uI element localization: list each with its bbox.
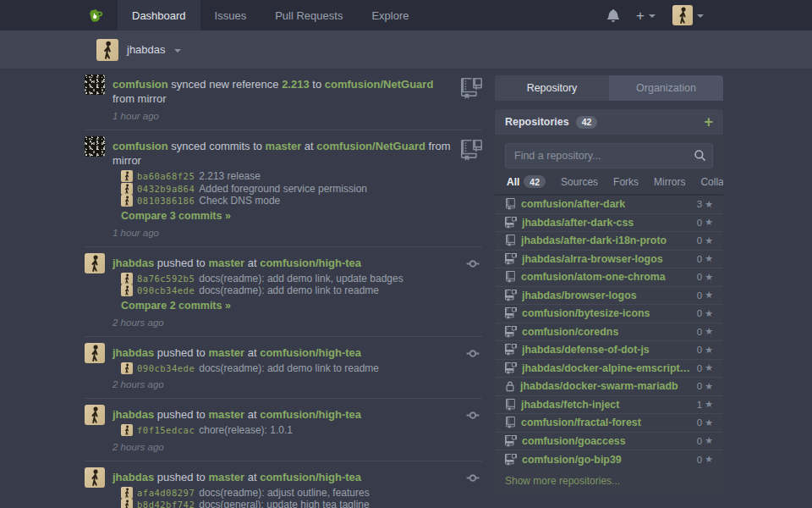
repo-link[interactable]: jhabdas/after-dark-i18n-proto	[521, 235, 692, 246]
repo-link[interactable]: comfusion/after-dark	[521, 198, 692, 210]
commit-sha-link[interactable]: 0432b9a864	[137, 183, 195, 196]
create-new-dropdown[interactable]: +	[636, 8, 656, 23]
feed-link[interactable]: jhabdas	[112, 471, 154, 483]
feed-item-body: comfusion synced new reference 2.213 to …	[112, 75, 453, 122]
repo-icon	[505, 198, 516, 210]
repo-row: comfusion/goaccess0★	[495, 433, 723, 451]
star-icon: ★	[705, 199, 713, 210]
compare-commits-link[interactable]: Compare 3 commits »	[121, 209, 231, 223]
commit-author-avatar[interactable]	[121, 170, 133, 182]
chevron-down-icon[interactable]	[174, 49, 181, 52]
commit-author-avatar[interactable]	[121, 487, 133, 499]
commit-author-avatar[interactable]	[121, 424, 133, 436]
commit-sha-link[interactable]: b8d42bf742	[137, 499, 195, 508]
feed-link[interactable]: comfusion/high-tea	[260, 408, 361, 421]
feed-link[interactable]: comfusion/high-tea	[260, 346, 361, 359]
context-user-avatar[interactable]	[96, 39, 118, 61]
commit-author-avatar[interactable]	[121, 284, 133, 296]
commit-message: docs(readme): add demo link to readme	[199, 284, 379, 297]
filter-sources[interactable]: Sources	[561, 176, 598, 188]
feed-item: comfusion synced new reference 2.213 to …	[85, 69, 482, 130]
filter-mirrors[interactable]: Mirrors	[654, 176, 685, 188]
commit-author-avatar[interactable]	[121, 183, 133, 195]
tab-organization[interactable]: Organization	[609, 75, 723, 101]
show-more-repositories-link[interactable]: Show more repositories...	[495, 469, 723, 489]
commit-sha-link[interactable]: f0f15edcac	[137, 424, 195, 437]
feed-link[interactable]: jhabdas	[112, 408, 154, 421]
filter-forks[interactable]: Forks	[613, 176, 639, 188]
feed-link[interactable]: jhabdas	[112, 257, 154, 269]
feed-link[interactable]: comfusion	[112, 140, 168, 152]
repo-link[interactable]: jhabdas/fetch-inject	[521, 399, 692, 411]
user-menu-dropdown[interactable]	[672, 5, 704, 25]
jhabdas-avatar[interactable]	[85, 467, 105, 488]
repo-link[interactable]: comfusion/coredns	[522, 326, 692, 338]
repo-link[interactable]: jhabdas/docker-alpine-emscripten	[522, 362, 692, 374]
feed-timestamp: 2 hours ago	[112, 378, 456, 390]
repo-star-count: 0★	[697, 345, 713, 356]
repo-star-count: 0★	[697, 435, 713, 446]
repo-link[interactable]: comfusion/fractal-forest	[521, 417, 692, 428]
nav-item-issues[interactable]: Issues	[200, 0, 261, 30]
jhabdas-avatar[interactable]	[85, 405, 105, 425]
nav-item-dashboard[interactable]: Dashboard	[118, 0, 200, 30]
repo-link[interactable]: jhabdas/browser-logos	[522, 290, 692, 301]
star-icon: ★	[705, 399, 713, 410]
compare-commits-link[interactable]: Compare 2 commits »	[121, 299, 231, 312]
repo-link[interactable]: jhabdas/docker-swarm-mariadb	[520, 380, 692, 392]
feed-link[interactable]: jhabdas	[112, 346, 154, 359]
comfusion-avatar[interactable]	[85, 75, 105, 95]
notifications-bell-icon[interactable]	[607, 8, 619, 22]
nav-item-explore[interactable]: Explore	[357, 0, 423, 30]
commit-sha-link[interactable]: 090cb34ede	[137, 284, 195, 297]
feed-link[interactable]: comfusion	[112, 78, 168, 91]
commit-author-avatar[interactable]	[121, 195, 133, 207]
nav-item-pull-requests[interactable]: Pull Requests	[261, 0, 357, 30]
feed-link[interactable]: comfusion/NetGuard	[325, 78, 434, 91]
repo-link[interactable]: comfusion/go-bip39	[522, 454, 692, 466]
commit-author-avatar[interactable]	[121, 273, 133, 284]
comfusion-avatar[interactable]	[85, 136, 105, 157]
feed-text: pushed to	[154, 408, 208, 421]
jhabdas-avatar[interactable]	[85, 253, 105, 273]
commit-sha-link[interactable]: 0810386186	[137, 195, 195, 207]
feed-link[interactable]: comfusion/high-tea	[260, 257, 361, 269]
commit-message: docs(readme): add demo link, update badg…	[199, 273, 403, 285]
gitea-logo[interactable]	[85, 0, 118, 30]
mirror-icon	[461, 78, 482, 99]
repo-link[interactable]: jhabdas/after-dark-css	[522, 217, 692, 229]
commit-icon	[464, 471, 482, 485]
repo-link[interactable]: comfusion/goaccess	[522, 435, 692, 447]
feed-link[interactable]: comfusion/NetGuard	[316, 140, 425, 152]
feed-link[interactable]: comfusion/high-tea	[260, 471, 361, 483]
repo-link[interactable]: jhabdas/alrra-browser-logos	[522, 253, 692, 265]
filter-all[interactable]: All42	[507, 175, 546, 188]
feed-link[interactable]: master	[266, 140, 302, 152]
commit-sha-link[interactable]: ba60a68f25	[137, 170, 195, 183]
feed-text: at	[244, 408, 260, 421]
repo-star-count: 0★	[697, 326, 713, 337]
feed-link[interactable]: master	[208, 346, 244, 359]
context-username[interactable]: jhabdas	[127, 43, 166, 56]
commit-author-avatar[interactable]	[121, 362, 133, 374]
repo-link[interactable]: comfusion/atom-one-chroma	[521, 271, 692, 283]
feed-text: from mirror	[112, 92, 167, 105]
commit-author-avatar[interactable]	[121, 499, 133, 508]
tab-repository[interactable]: Repository	[495, 75, 609, 101]
repo-star-count: 0★	[697, 290, 713, 301]
feed-link[interactable]: master	[208, 257, 244, 269]
feed-link[interactable]: master	[208, 471, 244, 483]
repo-link[interactable]: jhabdas/defense-of-dot-js	[522, 344, 692, 356]
commit-message: chore(release): 1.0.1	[199, 424, 293, 437]
feed-link[interactable]: master	[208, 408, 244, 421]
repo-search-input[interactable]	[505, 143, 713, 168]
commit-sha-link[interactable]: 8a76c592b5	[137, 273, 195, 285]
jhabdas-avatar[interactable]	[85, 343, 105, 363]
commit-sha-link[interactable]: 090cb34ede	[137, 362, 195, 375]
filter-collaborative[interactable]: Collaborative	[700, 176, 723, 188]
repo-star-count: 1★	[697, 399, 713, 410]
add-repository-button[interactable]: +	[704, 114, 713, 130]
commit-sha-link[interactable]: afa4d08297	[137, 487, 195, 500]
repo-link[interactable]: comfusion/bytesize-icons	[522, 307, 692, 319]
feed-link[interactable]: 2.213	[282, 78, 310, 91]
